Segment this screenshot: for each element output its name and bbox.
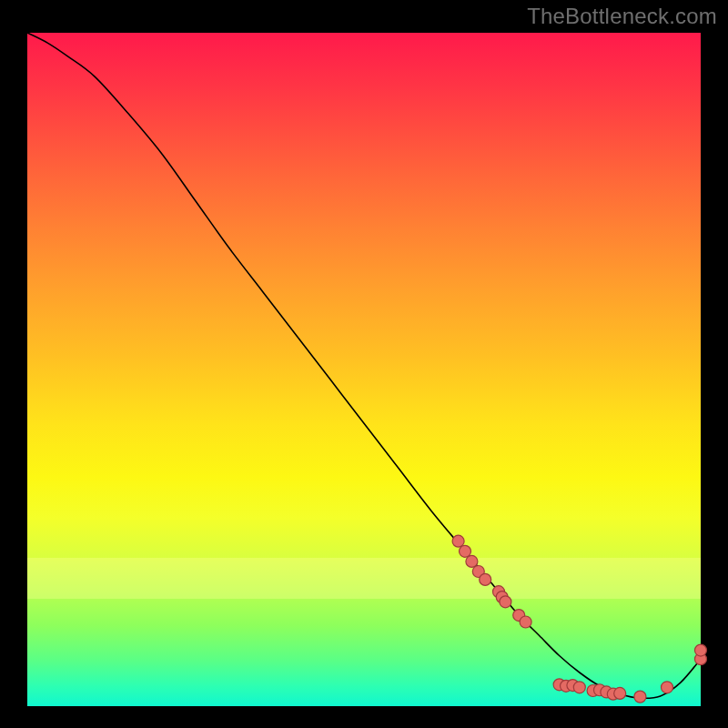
- data-point: [520, 616, 531, 628]
- chart-container: TheBottleneck.com: [0, 0, 728, 728]
- data-markers: [452, 535, 706, 703]
- bottleneck-curve: [27, 33, 701, 698]
- data-point: [573, 682, 585, 693]
- data-point: [460, 545, 471, 557]
- data-point: [695, 644, 707, 656]
- chart-overlay: [27, 33, 701, 706]
- data-point: [452, 535, 464, 547]
- data-point: [614, 687, 626, 699]
- data-point: [662, 682, 673, 693]
- data-point: [466, 555, 478, 567]
- data-point: [480, 573, 491, 585]
- data-point: [500, 596, 511, 608]
- plot-area: [27, 33, 701, 706]
- data-point: [634, 691, 646, 703]
- watermark-text: TheBottleneck.com: [527, 4, 717, 29]
